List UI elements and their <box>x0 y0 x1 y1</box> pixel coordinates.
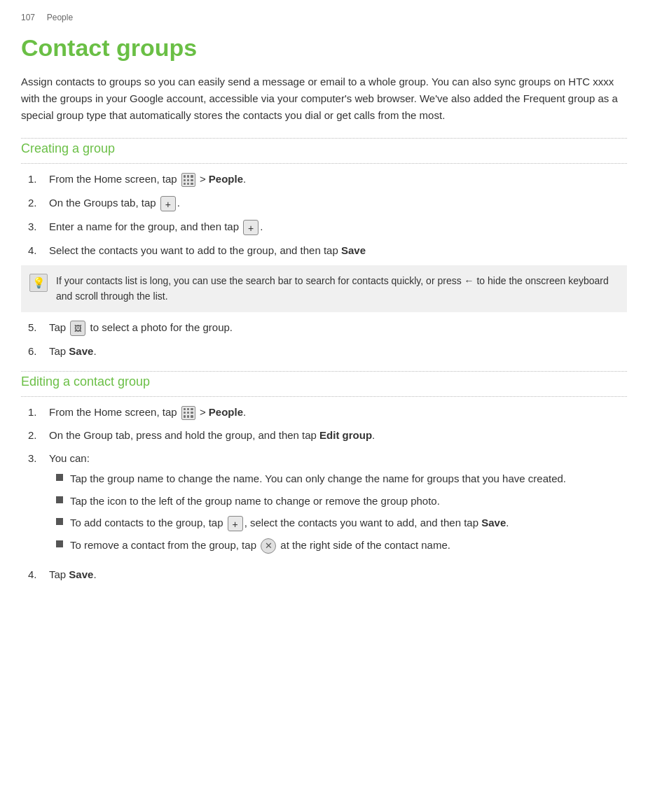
bullet-3 <box>56 518 63 525</box>
step-4-num: 4. <box>28 242 49 258</box>
section-divider-1b <box>21 163 627 164</box>
edit-sublist: Tap the group name to change the name. Y… <box>56 470 627 554</box>
apps-icon <box>181 173 195 187</box>
intro-text: Assign contacts to groups so you can eas… <box>21 74 627 124</box>
step-2: 2. On the Groups tab, tap +. <box>28 195 627 211</box>
apps-icon-edit <box>181 406 195 420</box>
edit-step-1-num: 1. <box>28 404 49 420</box>
step-6-content: Tap Save. <box>49 343 627 359</box>
tip-box: 💡 If your contacts list is long, you can… <box>21 265 627 312</box>
page-number: 107 <box>21 13 35 22</box>
section-divider-2 <box>21 371 627 372</box>
step-3-content: Enter a name for the group, and then tap… <box>49 218 627 235</box>
edit-step-1-bold: People <box>209 406 243 418</box>
section-label: People <box>47 13 73 22</box>
section-divider-2b <box>21 396 627 397</box>
creating-steps-continued: 5. Tap 🖼 to select a photo for the group… <box>28 319 627 359</box>
edit-subitem-4: To remove a contact from the group, tap … <box>56 537 627 554</box>
step-1: 1. From the Home screen, tap > People. <box>28 171 627 187</box>
edit-step-2: 2. On the Group tab, press and hold the … <box>28 427 627 443</box>
step-6: 6. Tap Save. <box>28 343 627 359</box>
edit-subitem-1: Tap the group name to change the name. Y… <box>56 470 627 486</box>
edit-subitem-2: Tap the icon to the left of the group na… <box>56 493 627 509</box>
edit-step-4: 4. Tap Save. <box>28 566 627 582</box>
step-2-content: On the Groups tab, tap +. <box>49 195 627 211</box>
edit-subitem-1-text: Tap the group name to change the name. Y… <box>70 470 627 486</box>
step-6-num: 6. <box>28 343 49 359</box>
section-title-editing: Editing a contact group <box>21 374 627 389</box>
step-3-num: 3. <box>28 218 49 234</box>
edit-subitem-4-text: To remove a contact from the group, tap … <box>70 537 627 554</box>
page-title: Contact groups <box>21 35 627 61</box>
bullet-1 <box>56 474 63 481</box>
editing-steps-list: 1. From the Home screen, tap > People. 2… <box>28 404 627 583</box>
page-wrapper: 107 People Contact groups Assign contact… <box>0 0 648 617</box>
edit-subitem-3: To add contacts to the group, tap +, sel… <box>56 514 627 531</box>
step-1-bold: People <box>209 173 243 185</box>
plus-icon-2: + <box>160 196 176 211</box>
edit-step-4-content: Tap Save. <box>49 566 627 582</box>
step-4-content: Select the contacts you want to add to t… <box>49 242 627 258</box>
edit-step-2-content: On the Group tab, press and hold the gro… <box>49 427 627 443</box>
edit-step-3-num: 3. <box>28 450 49 466</box>
tip-icon: 💡 <box>29 274 48 292</box>
step-1-content: From the Home screen, tap > People. <box>49 171 627 187</box>
bullet-4 <box>56 540 63 547</box>
edit-step-1: 1. From the Home screen, tap > People. <box>28 404 627 420</box>
section-title-creating: Creating a group <box>21 141 627 156</box>
step-2-num: 2. <box>28 195 49 211</box>
edit-subitem-2-text: Tap the icon to the left of the group na… <box>70 493 627 509</box>
edit-step-2-num: 2. <box>28 427 49 443</box>
x-icon: ✕ <box>261 538 276 554</box>
edit-step-1-content: From the Home screen, tap > People. <box>49 404 627 420</box>
step-3: 3. Enter a name for the group, and then … <box>28 218 627 235</box>
step-5: 5. Tap 🖼 to select a photo for the group… <box>28 319 627 336</box>
plus-icon-3: + <box>243 220 258 235</box>
step-4: 4. Select the contacts you want to add t… <box>28 242 627 258</box>
edit-step-3-content: You can: Tap the group name to change th… <box>49 450 627 559</box>
step-5-num: 5. <box>28 319 49 335</box>
bullet-2 <box>56 496 63 503</box>
photo-icon: 🖼 <box>70 321 85 336</box>
edit-step-2-bold: Edit group <box>319 429 372 441</box>
edit-step-4-num: 4. <box>28 566 49 582</box>
step-1-num: 1. <box>28 171 49 187</box>
edit-subitem-3-bold: Save <box>481 517 506 528</box>
edit-subitem-3-text: To add contacts to the group, tap +, sel… <box>70 514 627 531</box>
edit-step-3: 3. You can: Tap the group name to change… <box>28 450 627 559</box>
step-4-bold: Save <box>341 244 366 256</box>
section-divider-1 <box>21 138 627 139</box>
plus-icon-sub: + <box>228 516 243 531</box>
edit-step-4-bold: Save <box>69 568 93 580</box>
tip-text: If your contacts list is long, you can u… <box>56 275 609 302</box>
page-header: 107 People <box>21 13 627 22</box>
step-6-bold: Save <box>69 345 93 357</box>
creating-steps-list: 1. From the Home screen, tap > People. 2… <box>28 171 627 258</box>
step-5-content: Tap 🖼 to select a photo for the group. <box>49 319 627 336</box>
